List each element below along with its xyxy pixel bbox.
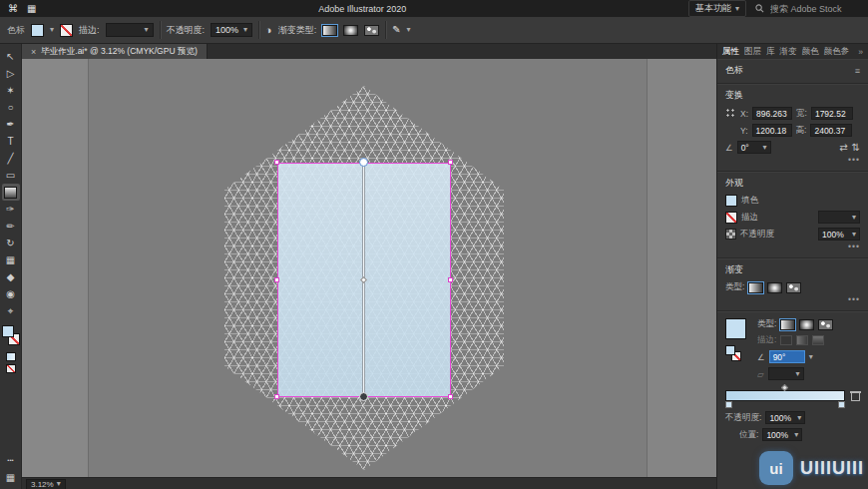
- pen-tool[interactable]: ✒: [2, 116, 20, 133]
- linear-gradient-button[interactable]: [780, 319, 795, 330]
- selection-handle[interactable]: [274, 394, 279, 399]
- gradient-midpoint-stop[interactable]: [781, 384, 788, 391]
- stock-search[interactable]: [755, 3, 860, 15]
- stop-position-field[interactable]: 100% ▾: [762, 428, 802, 441]
- gradient-more-options[interactable]: •••: [725, 294, 860, 304]
- edit-gradient-icon[interactable]: ◑: [265, 25, 272, 36]
- flip-horizontal-icon[interactable]: ⇄: [839, 142, 847, 153]
- appearance-opacity-field[interactable]: 100% ▾: [818, 228, 860, 241]
- close-icon[interactable]: ×: [31, 47, 36, 57]
- zoom-tool[interactable]: ⌖: [2, 302, 20, 319]
- stroke-color-swatch[interactable]: [60, 24, 73, 37]
- appearance-more-options[interactable]: •••: [725, 242, 860, 251]
- tab-color-guide[interactable]: 颜色参: [824, 46, 850, 58]
- magic-wand-tool[interactable]: ✶: [2, 82, 20, 99]
- gradient-end-handle[interactable]: [359, 392, 368, 401]
- document-tab[interactable]: × 毕业作业.ai* @ 3.12% (CMYK/GPU 预览): [22, 44, 208, 59]
- opacity-field[interactable]: 100% ▾: [211, 23, 252, 37]
- freeform-gradient-button[interactable]: [364, 25, 379, 36]
- none-mode-button[interactable]: [6, 364, 16, 373]
- linear-gradient-button[interactable]: [322, 25, 337, 36]
- chevron-down-icon[interactable]: ▾: [407, 26, 411, 34]
- height-field[interactable]: 2400.37: [810, 124, 852, 137]
- gradient-tool[interactable]: [2, 184, 20, 201]
- freeform-gradient-button[interactable]: [786, 282, 801, 293]
- stroke-gradient-across-icon[interactable]: [812, 335, 824, 345]
- width-field[interactable]: 1792.52: [811, 107, 853, 120]
- selection-handle[interactable]: [274, 277, 279, 282]
- radial-gradient-button[interactable]: [767, 282, 782, 293]
- tab-libraries[interactable]: 库: [766, 46, 775, 58]
- tab-layers[interactable]: 图层: [744, 46, 761, 58]
- zoom-level[interactable]: 3.12% ▾: [26, 479, 66, 489]
- edit-options-icon[interactable]: ✎: [392, 25, 400, 35]
- panel-menu-icon[interactable]: ≡: [855, 66, 860, 76]
- tab-gradient[interactable]: 渐变: [780, 46, 797, 58]
- type-tool[interactable]: T: [2, 133, 20, 150]
- pencil-tool[interactable]: ✏: [2, 218, 20, 235]
- transform-more-options[interactable]: •••: [725, 155, 860, 165]
- screen-mode-button[interactable]: ▦: [2, 471, 20, 484]
- fill-color-swatch[interactable]: [31, 24, 44, 37]
- gradient-mode-button[interactable]: [6, 352, 16, 361]
- gradient-fill-stroke-wells[interactable]: [725, 345, 745, 363]
- gradient-stop-end[interactable]: [838, 401, 845, 408]
- fill-stroke-wells[interactable]: [1, 325, 21, 349]
- selection-handle[interactable]: [448, 277, 453, 282]
- aspect-ratio-field[interactable]: ▾: [768, 367, 804, 380]
- line-segment-tool[interactable]: ╱: [2, 150, 20, 167]
- apple-menu-icon[interactable]: ⌘: [8, 4, 18, 14]
- panel-overflow-icon[interactable]: »: [858, 47, 863, 57]
- y-field[interactable]: 1200.18: [752, 124, 792, 137]
- x-field[interactable]: 896.263: [752, 107, 792, 120]
- gradient-stop-start[interactable]: [725, 401, 732, 408]
- tab-color[interactable]: 颜色: [802, 46, 819, 58]
- selection-tool[interactable]: ↖: [2, 48, 20, 65]
- reference-point-selector[interactable]: [725, 108, 736, 119]
- mesh-tool[interactable]: ▦: [2, 251, 20, 268]
- blend-tool[interactable]: ◉: [2, 285, 20, 302]
- edit-toolbar-button[interactable]: •••: [2, 453, 20, 466]
- lasso-tool[interactable]: ○: [2, 99, 20, 116]
- stroke-gradient-within-icon[interactable]: [780, 335, 792, 345]
- gradient-start-handle[interactable]: [359, 158, 368, 167]
- chevron-down-icon[interactable]: ▾: [809, 353, 813, 361]
- gradient-angle-field[interactable]: 90°: [769, 350, 805, 363]
- flip-vertical-icon[interactable]: ⇅: [852, 142, 860, 153]
- gradient-slider[interactable]: [725, 390, 845, 401]
- selection-handle[interactable]: [274, 160, 279, 165]
- rectangle-tool[interactable]: ▭: [2, 167, 20, 184]
- app-grid-icon[interactable]: ▦: [27, 4, 36, 14]
- gradient-fill-well[interactable]: [725, 345, 735, 355]
- paintbrush-tool[interactable]: ✑: [2, 201, 20, 218]
- linear-gradient-button[interactable]: [748, 282, 763, 293]
- direct-selection-tool[interactable]: ▷: [2, 65, 20, 82]
- stroke-weight-select[interactable]: ▾: [106, 23, 154, 37]
- radial-gradient-button[interactable]: [343, 25, 358, 36]
- chevron-down-icon[interactable]: ▾: [50, 26, 54, 34]
- fill-swatch[interactable]: [725, 195, 737, 207]
- delete-stop-icon[interactable]: [851, 391, 860, 401]
- fill-well[interactable]: [2, 325, 14, 337]
- tab-properties[interactable]: 属性: [722, 46, 739, 58]
- radial-gradient-button[interactable]: [799, 319, 814, 330]
- search-input[interactable]: [768, 3, 860, 15]
- selection-handle[interactable]: [448, 394, 453, 399]
- stroke-gradient-along-icon[interactable]: [796, 335, 808, 345]
- canvas[interactable]: [22, 59, 716, 477]
- stop-opacity-field[interactable]: 100% ▾: [765, 411, 805, 424]
- workspace-switcher[interactable]: 基本功能 ▾: [688, 0, 746, 17]
- rotate-tool[interactable]: ↻: [2, 235, 20, 251]
- appearance-section: 外观 填色 描边 ▾ 不透明度: [717, 172, 868, 258]
- gradient-preview-swatch[interactable]: [725, 318, 746, 339]
- chevron-down-icon: ▾: [735, 5, 739, 13]
- artboard-right-edge: [647, 59, 648, 477]
- stroke-weight-field[interactable]: ▾: [818, 211, 860, 224]
- artboard-left-edge: [88, 59, 89, 477]
- stroke-swatch[interactable]: [725, 212, 737, 224]
- freeform-gradient-button[interactable]: [818, 319, 833, 330]
- eyedropper-tool[interactable]: ◆: [2, 268, 20, 285]
- rotation-field[interactable]: 0° ▾: [737, 141, 771, 154]
- rotation-value: 0°: [741, 143, 761, 153]
- selection-handle[interactable]: [448, 160, 453, 165]
